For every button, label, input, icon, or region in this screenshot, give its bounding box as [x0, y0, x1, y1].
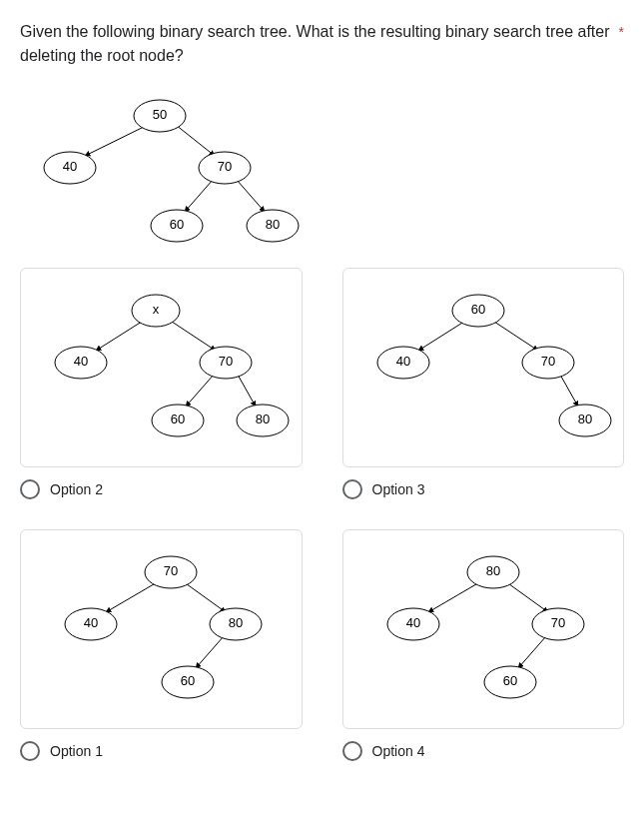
svg-line-32 [428, 581, 481, 612]
radio-option-2[interactable] [20, 479, 40, 499]
node: 60 [471, 302, 485, 317]
option-2[interactable]: x 40 70 60 80 Option 2 [20, 268, 303, 499]
svg-line-2 [185, 180, 213, 212]
node: 80 [256, 411, 270, 426]
option-3-label: Option 3 [372, 481, 425, 497]
node: 80 [229, 615, 243, 630]
node: x [153, 302, 160, 317]
svg-line-33 [505, 581, 548, 612]
svg-line-11 [186, 375, 214, 407]
node: 60 [503, 673, 517, 688]
option-1[interactable]: 70 40 80 60 Option 1 [20, 529, 303, 761]
svg-line-19 [491, 320, 538, 351]
radio-option-3[interactable] [342, 479, 362, 499]
node-left: 40 [63, 159, 77, 174]
svg-line-20 [560, 375, 578, 407]
svg-line-1 [176, 125, 215, 156]
svg-line-0 [85, 125, 148, 156]
node: 60 [181, 673, 195, 688]
node: 70 [541, 354, 555, 369]
radio-option-4[interactable] [342, 741, 362, 761]
svg-line-10 [169, 320, 216, 351]
node-right: 70 [218, 159, 232, 174]
svg-line-9 [96, 320, 145, 351]
option-1-label: Option 1 [50, 743, 103, 759]
node: 70 [551, 615, 565, 630]
main-tree-svg: 50 40 70 60 80 [20, 88, 300, 258]
node: 60 [171, 411, 185, 426]
node: 40 [406, 615, 420, 630]
option-4[interactable]: 80 40 70 60 Option 4 [342, 529, 625, 761]
required-star: * [619, 24, 624, 40]
question-row: Given the following binary search tree. … [20, 20, 624, 68]
node: 70 [219, 354, 233, 369]
svg-line-27 [196, 636, 224, 668]
main-tree: 50 40 70 60 80 [20, 88, 624, 258]
svg-line-26 [183, 581, 226, 612]
node-rleft: 60 [170, 217, 184, 232]
option-1-box: 70 40 80 60 [20, 529, 303, 729]
svg-line-12 [238, 375, 256, 407]
node: 70 [164, 563, 178, 578]
option-3[interactable]: 60 40 70 80 Option 3 [342, 268, 625, 499]
node-rright: 80 [266, 217, 280, 232]
node: 80 [578, 411, 592, 426]
node: 80 [486, 563, 500, 578]
option-4-label: Option 4 [372, 743, 425, 759]
option-3-box: 60 40 70 80 [342, 268, 625, 467]
svg-line-34 [518, 636, 546, 668]
node: 40 [396, 354, 410, 369]
svg-line-3 [237, 180, 265, 212]
options-grid: x 40 70 60 80 Option 2 60 [20, 268, 624, 761]
radio-option-1[interactable] [20, 741, 40, 761]
option-2-box: x 40 70 60 80 [20, 268, 303, 467]
option-4-box: 80 40 70 60 [342, 529, 625, 729]
option-2-label: Option 2 [50, 481, 103, 497]
svg-line-25 [106, 581, 159, 612]
node: 40 [74, 354, 88, 369]
node-root: 50 [153, 107, 167, 122]
node: 40 [84, 615, 98, 630]
question-text: Given the following binary search tree. … [20, 20, 611, 68]
svg-line-18 [418, 320, 467, 351]
